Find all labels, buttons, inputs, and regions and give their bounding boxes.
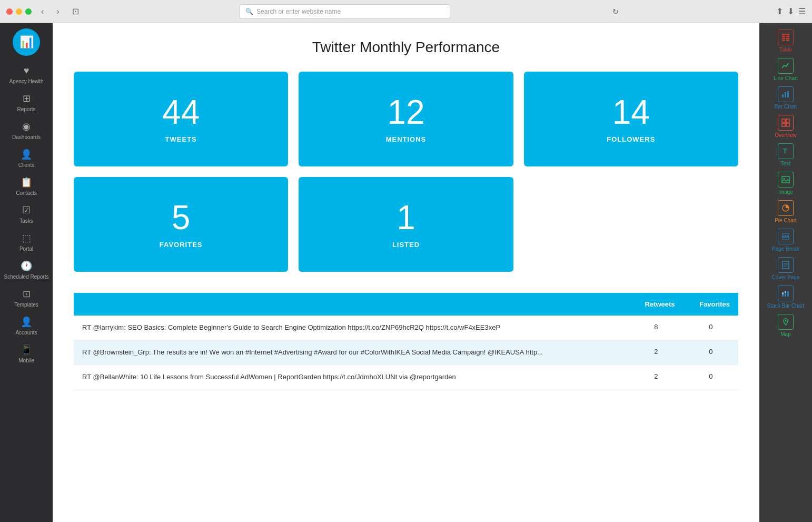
sidebar-item-agency-health[interactable]: ♥ Agency Health [0, 61, 53, 88]
retweets-value: 8 [629, 316, 684, 340]
svg-rect-3 [782, 38, 785, 40]
maximize-button[interactable] [25, 8, 32, 15]
svg-rect-11 [786, 119, 789, 122]
page-break-widget-icon [778, 229, 794, 244]
tasks-icon: ☑ [22, 204, 31, 216]
tweet-column-header [74, 293, 629, 316]
widget-page-break[interactable]: Page Break [772, 229, 799, 252]
contacts-icon: 📋 [21, 176, 32, 188]
pie-chart-widget-icon [778, 200, 794, 216]
widget-line-chart[interactable]: Line Chart [774, 58, 798, 81]
svg-rect-13 [786, 123, 789, 126]
favorites-value: 0 [684, 365, 738, 390]
stats-top-row: 44 TWEETS 12 MENTIONS 14 FOLLOWERS [74, 72, 738, 166]
widget-cover-page[interactable]: Cover Page [772, 257, 800, 280]
favorites-column-header: Favorites [684, 293, 738, 316]
overview-widget-icon [778, 115, 794, 131]
browser-actions: ⬆ ⬇ ☰ [776, 6, 806, 16]
sidebar-item-tasks[interactable]: ☑ Tasks [0, 200, 53, 228]
image-widget-icon [778, 172, 794, 188]
stat-card-listed: 1 LISTED [299, 177, 513, 272]
sidebar-item-dashboards[interactable]: ◉ Dashboards [0, 116, 53, 144]
svg-text:T: T [783, 147, 787, 155]
svg-rect-2 [786, 36, 789, 37]
bar-chart-widget-icon [778, 86, 794, 102]
svg-rect-27 [785, 293, 786, 297]
table-widget-icon [778, 29, 794, 45]
mentions-label: MENTIONS [386, 135, 427, 143]
reload-button[interactable]: ↻ [612, 7, 619, 16]
widget-table[interactable]: Table [778, 29, 794, 53]
mentions-number: 12 [387, 95, 424, 129]
widget-stack-bar-chart[interactable]: Stack Bar Chart [767, 285, 805, 309]
tweets-label: TWEETS [165, 135, 197, 143]
sidebar-item-mobile[interactable]: 📱 Mobile [0, 340, 53, 368]
portal-icon: ⬚ [22, 232, 31, 244]
address-placeholder: Search or enter website name [256, 8, 341, 15]
table-row: RT @BellanWhite: 10 Life Lessons from Su… [74, 365, 738, 390]
svg-rect-8 [785, 92, 786, 97]
tweet-text: RT @BellanWhite: 10 Life Lessons from Su… [74, 365, 629, 390]
widget-text[interactable]: T Text [778, 143, 794, 166]
download-button[interactable]: ⬇ [787, 6, 794, 16]
widget-bar-chart[interactable]: Bar Chart [775, 86, 797, 110]
main-content: Twitter Monthly Performance 44 TWEETS 12… [53, 23, 759, 522]
logo[interactable]: 📊 [13, 28, 40, 56]
stat-card-mentions: 12 MENTIONS [299, 72, 513, 166]
mobile-icon: 📱 [21, 344, 32, 356]
templates-icon: ⊡ [23, 288, 31, 300]
back-button[interactable]: ‹ [38, 6, 47, 17]
followers-label: FOLLOWERS [607, 135, 655, 143]
sidebar-item-scheduled-reports[interactable]: 🕐 Scheduled Reports [0, 256, 53, 284]
svg-rect-28 [785, 291, 786, 293]
sidebar-right-toggle[interactable]: ☰ [798, 6, 806, 16]
sidebar-item-clients[interactable]: 👤 Clients [0, 144, 53, 172]
widget-pie-chart[interactable]: Pie Chart [775, 200, 797, 223]
stat-card-empty [524, 177, 738, 272]
dashboards-icon: ◉ [22, 121, 31, 132]
svg-rect-10 [782, 119, 785, 122]
svg-rect-7 [782, 94, 784, 97]
reports-icon: ⊞ [23, 93, 31, 104]
widget-overview[interactable]: Overview [775, 115, 797, 138]
tweets-number: 44 [162, 95, 200, 129]
svg-rect-12 [782, 123, 785, 126]
close-button[interactable] [6, 8, 13, 15]
sidebar-item-accounts[interactable]: 👤 Accounts [0, 312, 53, 340]
clients-icon: 👤 [21, 149, 32, 160]
line-chart-widget-icon [778, 58, 794, 74]
sidebar-item-contacts[interactable]: 📋 Contacts [0, 172, 53, 200]
widget-image[interactable]: Image [778, 172, 794, 195]
cover-page-widget-icon [778, 257, 794, 273]
left-sidebar: 📊 ♥ Agency Health ⊞ Reports ◉ Dashboards… [0, 23, 53, 522]
address-bar[interactable]: 🔍 Search or enter website name [240, 4, 450, 19]
retweets-column-header: Retweets [629, 293, 684, 316]
right-sidebar: Table Line Chart Bar Chart Overview T Te… [759, 23, 812, 522]
minimize-button[interactable] [16, 8, 22, 15]
share-button[interactable]: ⬆ [776, 6, 783, 16]
tweet-text: RT @Brownstein_Grp: The results are in! … [74, 340, 629, 365]
table-body: RT @larrykim: SEO Basics: Complete Begin… [74, 316, 738, 390]
text-widget-icon: T [778, 143, 794, 159]
app-body: 📊 ♥ Agency Health ⊞ Reports ◉ Dashboards… [0, 23, 812, 522]
scheduled-icon: 🕐 [21, 260, 32, 272]
logo-icon: 📊 [19, 35, 34, 49]
svg-rect-5 [782, 40, 785, 41]
svg-rect-29 [787, 291, 789, 297]
page-title: Twitter Monthly Performance [74, 39, 738, 56]
sidebar-toggle-button[interactable]: ⊡ [69, 5, 82, 17]
sidebar-item-reports[interactable]: ⊞ Reports [0, 88, 53, 116]
listed-label: LISTED [392, 241, 420, 249]
svg-rect-9 [787, 91, 789, 97]
stat-card-followers: 14 FOLLOWERS [524, 72, 738, 166]
stat-card-tweets: 44 TWEETS [74, 72, 288, 166]
favorites-label: FAVORITES [160, 241, 203, 249]
sidebar-item-portal[interactable]: ⬚ Portal [0, 228, 53, 256]
heart-icon: ♥ [24, 65, 29, 76]
widget-map[interactable]: Map [778, 314, 794, 337]
retweets-value: 2 [629, 365, 684, 390]
sidebar-item-templates[interactable]: ⊡ Templates [0, 284, 53, 312]
svg-rect-20 [783, 238, 789, 240]
forward-button[interactable]: › [53, 6, 62, 17]
retweets-value: 2 [629, 340, 684, 365]
